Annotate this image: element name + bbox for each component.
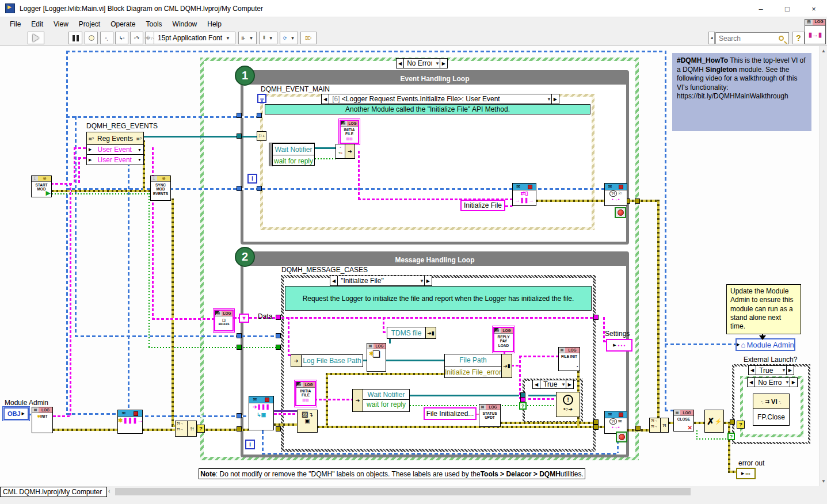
sync-module-events-subvi[interactable]: ⌶⚒ SYNC MOD EVENTS	[150, 175, 171, 201]
wire[interactable]	[383, 317, 384, 333]
file-path-bundle[interactable]: File Path Initialize File_error ➔▮	[444, 354, 512, 378]
wire[interactable]	[53, 429, 117, 431]
search-box[interactable]	[715, 32, 789, 44]
module-admin-control[interactable]: OBJ▶	[3, 407, 29, 420]
minimize-button[interactable]: –	[748, 0, 774, 17]
tunnel[interactable]	[730, 419, 735, 425]
wire[interactable]	[66, 51, 68, 414]
tunnel[interactable]	[276, 333, 281, 338]
send-request-node[interactable]: ✉ ⇄▯→❚❚→	[512, 183, 536, 206]
initialize-file-arguments-subvi-2[interactable]: ▤LOG INITIA FILE ▥▥	[295, 381, 316, 406]
wire[interactable]	[694, 422, 704, 424]
dynamic-event-terminal[interactable]: ⚐+	[257, 131, 266, 141]
horizontal-scrollbar[interactable]	[115, 487, 820, 496]
tunnel[interactable]	[237, 113, 242, 118]
wire[interactable]	[274, 423, 297, 426]
wire[interactable]	[274, 410, 297, 412]
wire[interactable]	[66, 116, 260, 118]
wire[interactable]	[288, 317, 289, 354]
settings-cluster-constant[interactable]: ▶▪ ▪ ▪	[606, 339, 632, 352]
message-case-selector[interactable]: ◀ "Initialize File" ▼ ▶	[330, 276, 432, 286]
unregister-events-node[interactable]: ✗⚡	[704, 410, 724, 433]
initialize-file-constant[interactable]: Initialize File	[460, 200, 505, 211]
scrollbar-thumb[interactable]	[115, 488, 691, 495]
align-objects-dropdown[interactable]: ⊪▼	[238, 32, 257, 44]
wire[interactable]	[519, 356, 558, 357]
case-selector-terminal[interactable]: ?	[727, 433, 735, 440]
wire[interactable]	[410, 405, 520, 406]
reorder-dropdown[interactable]: ⟳▼	[280, 32, 298, 44]
wire[interactable]	[536, 200, 604, 202]
maximize-button[interactable]: □	[774, 0, 801, 17]
distribute-objects-dropdown[interactable]: ⫴▼	[259, 32, 277, 44]
event-queue-status-node[interactable]: ✉ ?!⚐ ▪→▪	[604, 183, 627, 206]
notifier-name-constant[interactable]: Wait Notifier wait for reply	[269, 143, 315, 166]
merge-errors-node[interactable]: ?!→?!→ ?!	[649, 418, 669, 433]
conditional-tunnel[interactable]: ?	[197, 425, 205, 433]
wire[interactable]	[728, 422, 730, 471]
wire[interactable]	[74, 147, 75, 183]
block-diagram[interactable]: ◀ No Error ▼ ▶ Event Handling Loop 1 DQM…	[0, 46, 820, 486]
init-module-subvi[interactable]: ▤LOG ✱INIT	[32, 407, 53, 433]
step-over-button[interactable]: ▫↷	[130, 32, 143, 44]
file-init-subvi[interactable]: ▤LOG FILE INIT ◔	[558, 347, 580, 371]
wire[interactable]	[143, 429, 175, 431]
wire[interactable]	[728, 471, 736, 473]
module-admin-local-variable[interactable]: ▶⌂Module Admin	[735, 338, 795, 351]
wire[interactable]	[665, 343, 735, 345]
context-help-button[interactable]: ?	[792, 32, 805, 44]
tunnel[interactable]	[635, 198, 640, 204]
wire[interactable]	[315, 158, 337, 159]
close-button[interactable]: ×	[801, 0, 827, 17]
vertical-scrollbar[interactable]: ▲ ▼	[820, 46, 827, 486]
wire[interactable]	[281, 317, 596, 319]
reply-payload-subvi[interactable]: ▤LOG REPLY PAY LOAD	[493, 327, 514, 352]
wire[interactable]	[52, 190, 150, 192]
step-into-button[interactable]: ↳▫	[115, 32, 128, 44]
case-prev-icon[interactable]: ◀	[397, 59, 404, 68]
wire[interactable]	[148, 347, 279, 348]
bundle-node[interactable]: ▫TF ➔	[336, 144, 355, 159]
start-module-subvi[interactable]: ⌶⚒ START MOD ▶	[31, 175, 52, 197]
wire[interactable]	[66, 413, 118, 415]
project-context-tab[interactable]: CML DQMH.lvproj/My Computer	[0, 487, 107, 497]
wire[interactable]	[527, 405, 556, 406]
wire[interactable]	[70, 183, 71, 415]
fp-close-invoke-node[interactable]: ▫¸⇉VI▫¸ FP.Close	[753, 394, 790, 426]
wire[interactable]	[665, 51, 666, 410]
wire[interactable]	[318, 426, 596, 428]
case-selector-terminal[interactable]: ?	[519, 402, 527, 410]
wire[interactable]	[262, 453, 617, 455]
tunnel[interactable]	[257, 113, 262, 118]
search-input[interactable]	[716, 35, 779, 43]
wire[interactable]	[148, 193, 150, 347]
wire[interactable]	[128, 415, 249, 417]
tunnel[interactable]	[276, 426, 281, 432]
enum-selector-node[interactable]: ▼	[239, 314, 249, 323]
message-queue-status-node[interactable]: ✉ ?!✉ ▪→▪	[604, 411, 627, 434]
vi-icon[interactable]: ▤LOG ▮→▮	[805, 19, 826, 44]
tunnel[interactable]	[276, 315, 281, 320]
tdms-file-bundle[interactable]: TDMS file ➔▮	[387, 327, 436, 339]
initialize-file-arguments-subvi[interactable]: ▤LOG INITIA FILE ▥▥	[340, 120, 359, 144]
wire[interactable]	[152, 147, 154, 319]
wire[interactable]	[627, 200, 657, 202]
tunnel[interactable]	[593, 315, 599, 320]
close-module-subvi[interactable]: ▤LOG CLOSE ✕	[673, 410, 694, 432]
timeout-terminal[interactable]: ⋈	[257, 94, 266, 103]
wire[interactable]	[128, 146, 129, 415]
wire[interactable]	[78, 157, 80, 183]
pause-button[interactable]	[68, 32, 82, 44]
register-events-node[interactable]: ▤? Reg Events ▤? ▶User Event▼ ▶User Even…	[86, 132, 144, 165]
event-case-selector[interactable]: ◀ [6] <Logger Request Events.Initialize …	[321, 94, 559, 104]
clean-up-diagram-button[interactable]: ⌦	[300, 32, 317, 44]
tunnel[interactable]	[237, 413, 242, 418]
tunnel[interactable]	[593, 425, 599, 430]
tunnel[interactable]	[520, 397, 525, 402]
wire[interactable]	[511, 365, 519, 366]
tunnel[interactable]	[237, 133, 242, 139]
log-file-base-path-unbundle[interactable]: ➔ Log File Base Path	[291, 354, 363, 367]
external-launch-selector[interactable]: ◀True▼▶	[748, 365, 794, 375]
wire[interactable]	[696, 438, 729, 440]
menu-tools[interactable]: Tools	[141, 18, 167, 30]
